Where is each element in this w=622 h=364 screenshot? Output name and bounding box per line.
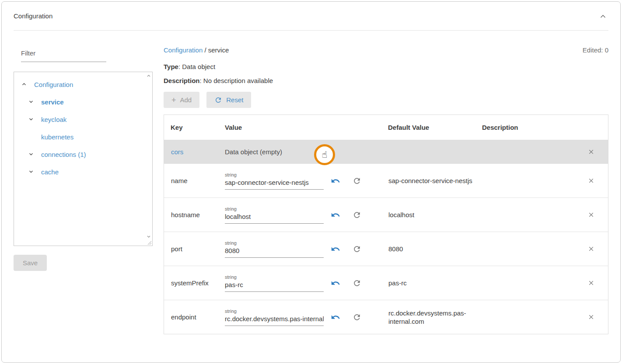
tree-item-keycloak[interactable]: keycloak xyxy=(14,111,152,128)
undo-icon xyxy=(331,180,340,187)
undo-button[interactable] xyxy=(330,312,341,323)
close-icon xyxy=(587,247,595,254)
column-header-description: Description xyxy=(475,124,574,131)
refresh-icon xyxy=(214,96,222,104)
close-icon xyxy=(587,179,595,186)
tree-item-kubernetes[interactable]: kubernetes xyxy=(14,128,152,146)
plus-icon: + xyxy=(171,96,176,104)
close-icon xyxy=(587,213,595,220)
undo-button[interactable] xyxy=(330,209,341,221)
column-header-key: Key xyxy=(164,124,218,131)
delete-row-button[interactable] xyxy=(586,243,597,254)
value-input[interactable]: string pas-rc xyxy=(225,274,324,292)
reset-value-button[interactable] xyxy=(352,278,362,288)
chevron-down-icon xyxy=(28,117,34,122)
reset-button-label: Reset xyxy=(226,96,243,104)
table-row-systemPrefix: systemPrefix string pas-rc xyxy=(164,266,608,300)
type-value: : Data object xyxy=(178,63,215,70)
row-key: hostname xyxy=(164,211,218,218)
row-value-text: Data object (empty) xyxy=(218,148,381,156)
value-input[interactable]: string sap-connector-service-nestjs xyxy=(225,172,324,190)
add-button[interactable]: + Add xyxy=(164,92,199,108)
tree-item-label: kubernetes xyxy=(41,133,73,141)
reset-value-button[interactable] xyxy=(352,176,362,186)
row-key-link[interactable]: cors xyxy=(164,148,218,156)
chevron-up-icon xyxy=(21,82,27,87)
undo-button[interactable] xyxy=(330,277,341,289)
refresh-icon xyxy=(353,316,361,323)
reset-button[interactable]: Reset xyxy=(206,92,251,108)
tree-item-label: service xyxy=(41,98,64,106)
delete-row-button[interactable] xyxy=(586,175,597,186)
reset-value-button[interactable] xyxy=(352,244,362,254)
panel-title: Configuration xyxy=(14,12,52,20)
value-input-text[interactable]: localhost xyxy=(225,211,324,224)
reset-value-button[interactable] xyxy=(352,210,362,220)
filter-input[interactable] xyxy=(21,46,106,62)
scrollbar-down-arrow[interactable] xyxy=(147,235,151,239)
refresh-icon xyxy=(353,248,361,255)
table-header-row: Key Value Default Value Description xyxy=(164,115,608,140)
value-input[interactable]: string 8080 xyxy=(225,240,324,258)
delete-row-button[interactable] xyxy=(586,146,597,157)
panel-body: Configuration service keycloak kubernete… xyxy=(2,31,620,334)
row-default-value: rc.docker.devsystems.pas-internal.com xyxy=(381,309,473,326)
save-button[interactable]: Save xyxy=(14,255,47,271)
scrollbar-up-arrow[interactable] xyxy=(147,74,151,78)
tree-item-label: keycloak xyxy=(41,116,66,123)
configuration-panel: Configuration Configuration xyxy=(1,1,621,363)
refresh-icon xyxy=(353,180,361,187)
value-input-text[interactable]: sap-connector-service-nestjs xyxy=(225,177,324,190)
chevron-up-icon xyxy=(599,14,607,21)
value-type-label: string xyxy=(225,240,324,246)
tree-item-connections[interactable]: connections (1) xyxy=(14,146,152,163)
refresh-icon xyxy=(353,282,361,289)
detail-topbar: Configuration / service Edited: 0 xyxy=(164,46,608,54)
value-type-label: string xyxy=(225,309,324,314)
delete-row-button[interactable] xyxy=(586,209,597,220)
table-row-hostname: hostname string localhost xyxy=(164,198,608,232)
reset-value-button[interactable] xyxy=(352,312,362,322)
value-type-label: string xyxy=(225,172,324,177)
breadcrumb-parent-link[interactable]: Configuration xyxy=(164,46,203,54)
properties-table: Key Value Default Value Description cors… xyxy=(164,114,608,334)
tree-item-service[interactable]: service xyxy=(14,93,152,111)
chevron-down-icon xyxy=(28,99,34,104)
value-input[interactable]: string rc.docker.devsystems.pas-internal… xyxy=(225,309,324,326)
delete-row-button[interactable] xyxy=(586,312,597,322)
breadcrumb-separator: / xyxy=(203,46,208,54)
undo-icon xyxy=(331,249,340,255)
add-button-label: Add xyxy=(180,96,192,104)
row-key: port xyxy=(164,245,218,253)
table-row-port: port string 8080 xyxy=(164,232,608,266)
edited-counter: Edited: 0 xyxy=(583,46,608,54)
config-tree: Configuration service keycloak kubernete… xyxy=(14,72,153,246)
undo-button[interactable] xyxy=(330,175,341,187)
value-type-label: string xyxy=(225,274,324,280)
type-line: Type: Data object xyxy=(164,63,608,70)
detail-pane: Configuration / service Edited: 0 Type: … xyxy=(164,31,608,334)
tree-item-configuration[interactable]: Configuration xyxy=(14,76,152,93)
chevron-down-icon xyxy=(28,152,34,157)
table-row-endpoint: endpoint string rc.docker.devsystems.pas… xyxy=(164,300,608,334)
sidebar: Configuration service keycloak kubernete… xyxy=(14,31,153,334)
value-input-text[interactable]: pas-rc xyxy=(225,280,324,292)
row-default-value: sap-connector-service-nestjs xyxy=(381,177,473,185)
tree-item-label: cache xyxy=(41,168,59,176)
value-type-label: string xyxy=(225,206,324,211)
value-input-text[interactable]: rc.docker.devsystems.pas-internal.com xyxy=(225,314,324,326)
tree-item-cache[interactable]: cache xyxy=(14,163,152,180)
panel-collapse-button[interactable] xyxy=(598,11,608,21)
row-default-value: pas-rc xyxy=(381,279,473,287)
row-key: systemPrefix xyxy=(164,279,218,287)
delete-row-button[interactable] xyxy=(586,277,597,288)
undo-button[interactable] xyxy=(330,243,341,255)
table-row-cors[interactable]: cors Data object (empty) xyxy=(164,140,608,163)
close-icon xyxy=(587,315,595,322)
close-icon xyxy=(587,281,595,288)
row-key: name xyxy=(164,177,218,184)
value-input-text[interactable]: 8080 xyxy=(225,246,324,258)
resize-grip-icon[interactable] xyxy=(147,241,152,245)
filter-field xyxy=(21,46,106,62)
value-input[interactable]: string localhost xyxy=(225,206,324,224)
